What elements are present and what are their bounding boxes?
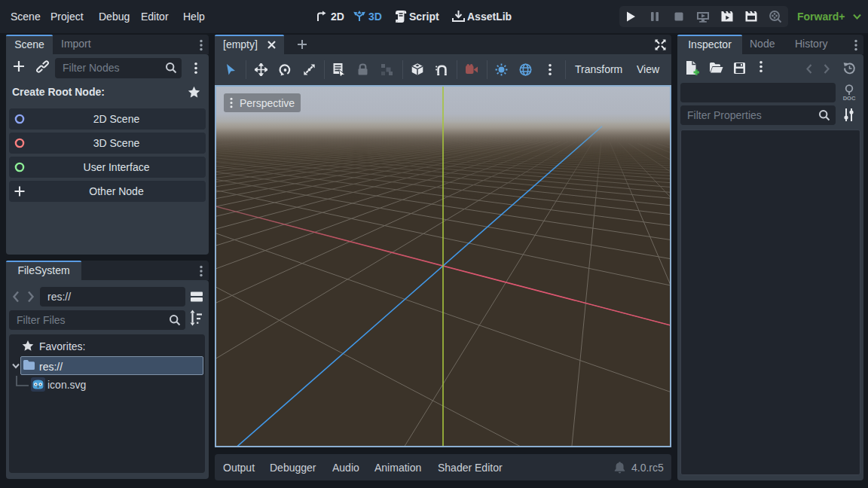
svg-text:DOC: DOC [843,95,856,102]
